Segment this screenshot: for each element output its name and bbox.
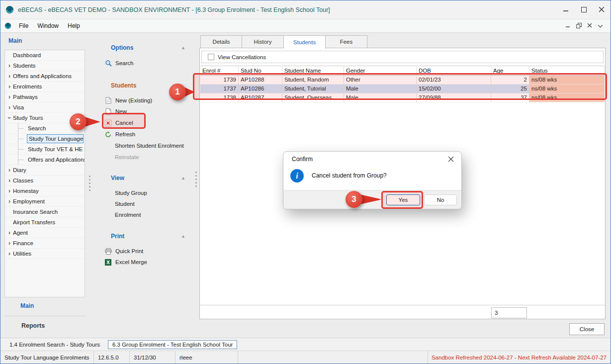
sidebar-item-enrolments[interactable]: ›Enrolments [5,82,85,92]
sidebar-item-employment[interactable]: ›Employment [5,196,85,207]
record-count-field[interactable]: 3 [491,307,527,318]
students-group-header[interactable]: Students [98,81,193,91]
option-quick-print[interactable]: Quick Print [98,246,193,257]
sidebar-item-homestay[interactable]: ›Homestay [5,186,85,196]
option-cancel[interactable]: Cancel [98,117,193,128]
table-row[interactable]: 1738 AP10287 Student, Overseas Male 27/0… [200,93,605,102]
cell-student-name: Student, Overseas [282,93,344,102]
sidebar-item-dashboard[interactable]: Dashboard [5,50,85,61]
sidebar-item-agent[interactable]: ›Agent [5,228,85,238]
option-new-existing[interactable]: New (Existing) [98,95,193,106]
no-button[interactable]: No [424,194,457,205]
nav-group-main[interactable]: Main [20,302,34,309]
document-icon [104,97,112,104]
sidebar-item-label: Offers and Applications [28,157,85,163]
sidebar-item-label: Diary [13,167,26,173]
sidebar-item-airport-transfers[interactable]: Airport Transfers [5,217,85,228]
column-header-student-name[interactable]: Student Name [282,66,344,76]
tab-fees[interactable]: Fees [326,35,367,48]
menu-file[interactable]: File [14,20,33,31]
sidebar-item-diary[interactable]: ›Diary [5,165,85,176]
option-label: Student [115,201,135,207]
collapse-arrow-icon[interactable]: ▲ [181,45,185,50]
cell-dob: 15/02/00 [417,85,491,93]
maximize-icon[interactable] [575,0,593,19]
yes-button[interactable]: Yes [386,194,420,205]
sidebar-item-label: Enrolments [13,84,42,90]
cell-enrol: 1739 [200,76,239,85]
dialog-body: i Cancel student from Group? [283,167,461,191]
cell-enrol: 1738 [200,93,239,102]
column-header-dob[interactable]: DOB [417,66,491,76]
splitter-handle[interactable] [194,172,198,187]
chevron-down-icon: › [5,115,14,121]
sidebar-item-study-tour-vet-he-enrolments[interactable]: Study Tour VET & HE Er [5,144,85,155]
option-label: Refresh [115,131,135,137]
menu-bar: File Window Help [0,19,611,33]
option-search[interactable]: Search [98,58,193,69]
mdi-close-icon[interactable] [588,23,592,29]
sidebar-item-finance[interactable]: ›Finance [5,238,85,249]
option-student[interactable]: Student [98,198,193,209]
sidebar-item-visa[interactable]: ›Visa [5,102,85,113]
status-version: 12.6.5.0 [94,351,130,364]
grid-header: Enrol # Stud No Student Name Gender DOB … [200,66,605,76]
tab-details[interactable]: Details [200,35,242,48]
sidebar-item-study-tour-language-enrolments[interactable]: Study Tour Language E [5,134,85,144]
sidebar-item-utilities[interactable]: ›Utilities [5,249,85,259]
column-header-gender[interactable]: Gender [344,66,417,76]
table-row[interactable]: 1739 AP10288 Student, Random Other 02/01… [200,76,605,85]
column-header-enrol[interactable]: Enrol # [200,66,239,76]
sidebar-item-study-tours[interactable]: ›Study Tours [5,113,85,123]
option-excel-merge[interactable]: Excel Merge [98,257,193,268]
option-shorten-student-enrolment[interactable]: Shorten Student Enrolment [98,140,193,151]
chevron-right-icon: › [6,102,12,112]
toolbar-overflow-icon[interactable] [598,23,603,29]
sidebar-item-study-tours-search[interactable]: Search [5,123,85,134]
app-logo-small-icon [4,22,11,29]
collapse-arrow-icon[interactable]: ▲ [181,176,185,181]
close-icon[interactable] [593,0,611,19]
option-study-group[interactable]: Study Group [98,187,193,198]
tab-history[interactable]: History [242,35,284,48]
option-enrolment[interactable]: Enrolment [98,209,193,220]
mdi-window-controls [566,23,608,29]
splitter-handle[interactable] [88,176,91,191]
dialog-close-icon[interactable] [440,152,461,167]
mdi-restore-icon[interactable] [576,23,582,29]
column-header-age[interactable]: Age [491,66,529,76]
view-cancellations-checkbox[interactable] [208,54,214,60]
sidebar-item-label: Offers and Applications [13,73,72,79]
close-button[interactable]: Close [569,323,605,335]
print-group-header[interactable]: Print ▲ [98,231,193,241]
sidebar-item-offers-and-applications[interactable]: ›Offers and Applications [5,71,85,82]
column-header-status[interactable]: Status [529,66,605,76]
column-header-studno[interactable]: Stud No [239,66,282,76]
collapse-arrow-icon[interactable]: ▲ [181,234,185,239]
sidebar-item-insurance-search[interactable]: Insurance Search [5,207,85,217]
cell-enrol: 1737 [200,85,239,93]
view-group-header[interactable]: View ▲ [98,173,193,183]
option-label: Enrolment [115,212,141,218]
cell-status: ns/08 wks [529,85,605,93]
sidebar-item-classes[interactable]: ›Classes [5,176,85,186]
option-new[interactable]: New [98,106,193,117]
mdi-minimize-icon[interactable] [566,23,570,29]
sidebar-item-students[interactable]: ›Students [5,61,85,71]
nav-group-reports[interactable]: Reports [21,322,45,329]
tab-students[interactable]: Students [284,35,326,49]
options-group-header[interactable]: Options ▲ [98,43,193,53]
minimize-icon[interactable] [557,0,575,19]
table-row-selected[interactable]: 1737 AP10286 Student, Tutorial Male 15/0… [200,85,605,93]
menu-help[interactable]: Help [63,20,85,31]
option-refresh[interactable]: Refresh [98,129,193,140]
sidebar-item-pathways[interactable]: ›Pathways [5,92,85,102]
sidebar-item-study-tours-offers-and-applications[interactable]: Offers and Applications [5,155,85,165]
panel-footer-divider [200,305,605,305]
menu-window[interactable]: Window [33,20,63,31]
dialog-title: Confirm [292,156,313,163]
chevron-right-icon: › [6,238,12,248]
doc-tab-group-enrolment[interactable]: 6.3 Group Enrolment - Test English Schoo… [108,340,237,349]
doc-tab-enrolment-search[interactable]: 1.4 Enrolment Search - Study Tours [5,341,104,349]
sidebar-item-label: Airport Transfers [13,219,55,225]
